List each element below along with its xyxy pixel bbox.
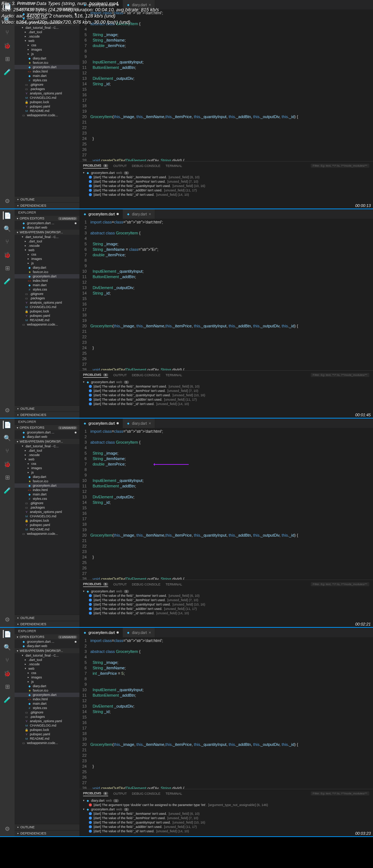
output-tab[interactable]: OUTPUT [113, 791, 127, 796]
open-editors-header[interactable]: OPEN EDITORS1 UNSAVED [15, 634, 79, 639]
code-content[interactable]: import class=class="str">"str">'dart:htm… [90, 637, 373, 789]
code-content[interactable]: import class=class="str">"str">'dart:htm… [90, 9, 373, 161]
file-tree-item[interactable]: web [15, 666, 79, 671]
problem-item[interactable]: [dart] The value of the field '_addBtn' … [83, 188, 369, 192]
activity-icon[interactable]: ⊞ [3, 682, 11, 690]
file-tree-item[interactable]: ▭webappesmin.code... [15, 532, 79, 536]
file-tree-item[interactable]: Ypubspec.yaml [15, 523, 79, 527]
problems-filter[interactable]: Filter. Eg: text, **/*.ts, !**/node_modu… [311, 373, 369, 377]
problems-tab[interactable]: PROBLEMS 6 [83, 791, 108, 796]
file-tree-item[interactable]: #styles.css [15, 78, 79, 82]
file-tree-item[interactable]: ▭.gitignore [15, 501, 79, 505]
problem-item[interactable]: [dart] The value of the field '_addBtn' … [83, 397, 369, 402]
file-tree-item[interactable]: ◆diary.dart [15, 265, 79, 270]
file-tree-item[interactable]: <>index.html [15, 69, 79, 74]
problem-item[interactable]: [dart] The value of the field '_itemName… [83, 593, 369, 598]
activity-icon[interactable]: ⊞ [3, 55, 11, 63]
file-tree-item[interactable]: .vscode [15, 244, 79, 248]
file-tree-item[interactable]: ▭.gitignore [15, 710, 79, 715]
file-tree-item[interactable]: .dart_tool [15, 448, 79, 453]
workspace-header[interactable]: WEBAPPESMIN (WORKSP... [15, 439, 79, 444]
editor-tab[interactable]: ◆groceryitem.dart [79, 628, 123, 637]
file-tree-item[interactable]: ◆groceryitem.dart [15, 274, 79, 279]
code-editor[interactable]: 1234567891011121314151617181920212223242… [79, 219, 373, 370]
activity-icon[interactable]: ⊞ [3, 264, 11, 272]
file-tree-item[interactable]: MREADME.md [15, 736, 79, 741]
problem-item[interactable]: [dart] The value of the field '_addBtn' … [83, 607, 369, 611]
file-tree-item[interactable]: ◆groceryitem.dart [15, 65, 79, 69]
file-tree-item[interactable]: MREADME.md [15, 109, 79, 113]
workspace-header[interactable]: WEBAPPESMIN (WORKSP... [15, 230, 79, 235]
output-tab[interactable]: OUTPUT [113, 373, 127, 378]
problem-file[interactable]: ◆groceryitem.dart web 5 [83, 171, 369, 175]
file-tree-item[interactable]: ★favicon.ico [15, 61, 79, 65]
account-icon[interactable]: ⚙ [3, 615, 11, 623]
open-editor-item[interactable]: ◆diary.dart web [15, 644, 79, 648]
file-tree-item[interactable]: dart_tutorial_final - C... [15, 235, 79, 239]
activity-icon[interactable]: 🧪 [3, 486, 11, 494]
file-tree-item[interactable]: js [15, 261, 79, 265]
file-tree-item[interactable]: 🔒pubspec.lock [15, 309, 79, 314]
terminal-tab[interactable]: TERMINAL [166, 163, 182, 168]
activity-icon[interactable]: ⊞ [3, 473, 11, 481]
account-icon[interactable]: ⚙ [3, 406, 11, 414]
problem-file[interactable]: ◆groceryitem.dart web 5 [83, 589, 369, 593]
file-tree-item[interactable]: css [15, 43, 79, 47]
file-tree-item[interactable]: css [15, 252, 79, 257]
problem-file[interactable]: ◆diary.dart web 1 [83, 798, 369, 803]
activity-icon[interactable]: 🐞 [3, 42, 11, 50]
terminal-tab[interactable]: TERMINAL [166, 373, 182, 378]
file-tree-item[interactable]: ▭.packages [15, 296, 79, 300]
editor-tab[interactable]: ◆groceryitem.dart [79, 419, 123, 428]
editor-tab[interactable]: ◆diary.dart× [123, 628, 155, 637]
file-tree-item[interactable]: Yanalysis_options.yaml [15, 510, 79, 514]
file-tree-item[interactable]: js [15, 52, 79, 56]
problem-item[interactable]: [dart] The value of the field '_itemPric… [83, 389, 369, 393]
file-tree-item[interactable]: MCHANGELOG.md [15, 514, 79, 518]
activity-icon[interactable]: ⑂ [3, 28, 11, 36]
file-tree-item[interactable]: .vscode [15, 662, 79, 666]
file-tree-item[interactable]: MREADME.md [15, 318, 79, 322]
activity-icon[interactable]: 🔍 [3, 643, 11, 651]
problem-item[interactable]: [dart] The value of the field '_quantity… [83, 184, 369, 188]
deps-section[interactable]: DEPENDENCIES [15, 202, 79, 209]
outline-section[interactable]: OUTLINE [15, 615, 79, 621]
file-tree-item[interactable]: ▭webappesmin.code... [15, 322, 79, 327]
activity-icon[interactable]: 🧪 [3, 68, 11, 76]
problem-item[interactable]: [dart] The value of the field '_itemName… [83, 175, 369, 179]
file-tree-item[interactable]: .vscode [15, 453, 79, 457]
activity-icon[interactable]: ⑂ [3, 447, 11, 455]
debug-tab[interactable]: DEBUG CONSOLE [132, 582, 161, 587]
file-tree-item[interactable]: css [15, 671, 79, 675]
file-tree-item[interactable]: 🔒pubspec.lock [15, 518, 79, 523]
file-tree-item[interactable]: .dart_tool [15, 658, 79, 662]
file-tree-item[interactable]: .dart_tool [15, 239, 79, 244]
file-tree-item[interactable]: ★favicon.ico [15, 479, 79, 483]
problems-tab[interactable]: PROBLEMS 5 [83, 163, 108, 168]
file-tree-item[interactable]: #styles.css [15, 497, 79, 501]
file-tree-item[interactable]: .vscode [15, 34, 79, 39]
file-tree-item[interactable]: ▭.packages [15, 505, 79, 510]
activity-icon[interactable]: 🔍 [3, 434, 11, 442]
code-content[interactable]: import class=class="str">"str">'dart:htm… [90, 428, 373, 580]
file-tree-item[interactable]: images [15, 47, 79, 52]
problem-item[interactable]: [dart] The value of the field '_quantity… [83, 602, 369, 607]
problem-item[interactable]: [dart] The value of the field '_addBtn' … [83, 825, 369, 829]
file-tree-item[interactable]: ◆main.dart [15, 283, 79, 287]
file-tree-item[interactable]: ◆main.dart [15, 701, 79, 706]
problem-item[interactable]: [dart] The value of the field '_quantity… [83, 393, 369, 397]
problems-list[interactable]: ◆groceryitem.dart web 5[dart] The value … [79, 170, 373, 209]
file-tree-item[interactable]: Ypubspec.yaml [15, 314, 79, 318]
file-tree-item[interactable]: js [15, 680, 79, 684]
file-tree-item[interactable]: ◆diary.dart [15, 684, 79, 688]
code-editor[interactable]: 1234567891011121314151617181920212223242… [79, 9, 373, 161]
code-content[interactable]: import class=class="str">"str">'dart:htm… [90, 219, 373, 370]
file-tree-item[interactable]: <>index.html [15, 279, 79, 283]
debug-tab[interactable]: DEBUG CONSOLE [132, 373, 161, 378]
account-icon[interactable]: ⚙ [3, 197, 11, 205]
workspace-header[interactable]: WEBAPPESMIN (WORKSP... [15, 648, 79, 653]
file-tree-item[interactable]: dart_tutorial_final - C... [15, 26, 79, 30]
file-tree-item[interactable]: Ypubspec.yaml [15, 732, 79, 736]
file-tree-item[interactable]: js [15, 470, 79, 475]
activity-icon[interactable]: 🐞 [3, 251, 11, 259]
